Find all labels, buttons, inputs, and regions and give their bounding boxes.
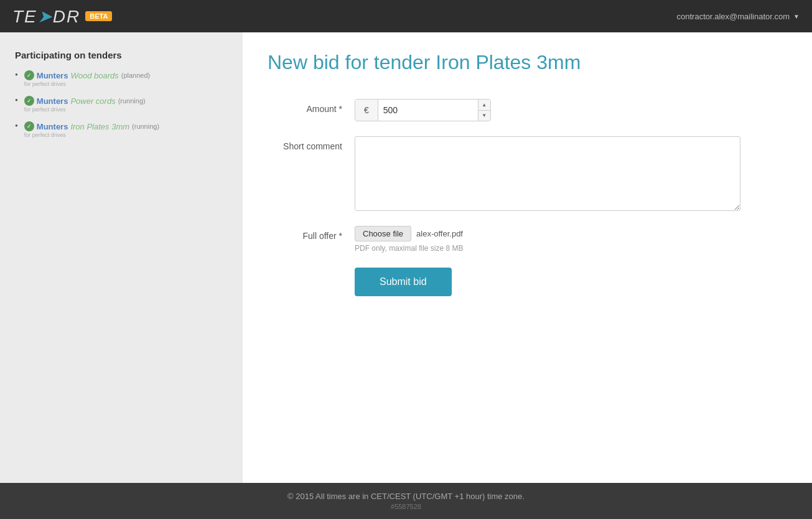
chevron-down-icon: ▼ — [793, 13, 800, 20]
tender-name: Iron Plates 3mm — [70, 122, 129, 131]
decrement-button[interactable]: ▼ — [478, 111, 490, 121]
status-badge: (running) — [132, 123, 159, 130]
full-offer-row: Full offer * Choose file alex-offer.pdf … — [268, 226, 740, 253]
amount-spinners: ▲ ▼ — [478, 100, 490, 121]
file-hint: PDF only, maximal file size 8 MB — [355, 244, 464, 253]
full-offer-label: Full offer * — [268, 226, 355, 241]
list-item: ● ✓ Munters Power cords (running) for pe… — [15, 96, 228, 113]
list-item: ● ✓ Munters Iron Plates 3mm (running) fo… — [15, 121, 228, 138]
status-badge: (running) — [118, 97, 146, 105]
status-badge: (planned) — [121, 72, 150, 79]
choose-file-button[interactable]: Choose file — [355, 226, 411, 241]
sidebar-item-wood[interactable]: ✓ Munters Wood boards (planned) for perf… — [24, 70, 150, 87]
file-name: alex-offer.pdf — [416, 229, 463, 238]
footer-copyright: © 2015 All times are in CET/CEST (UTC/GM… — [9, 492, 803, 501]
bullet-icon: ● — [15, 123, 18, 128]
page-title: New bid for tender Iron Plates 3mm — [268, 51, 787, 74]
amount-row: Amount * € ▲ ▼ — [268, 99, 740, 121]
comment-row: Short comment — [268, 136, 740, 211]
tender-name: Power cords — [70, 96, 115, 106]
check-icon: ✓ — [24, 70, 34, 80]
company-name: Munters — [37, 96, 68, 106]
check-icon: ✓ — [24, 96, 34, 106]
check-icon: ✓ — [24, 121, 34, 131]
bullet-icon: ● — [15, 97, 18, 103]
user-email: contractor.alex@mailinator.com — [677, 12, 790, 21]
comment-textarea[interactable] — [355, 136, 740, 211]
logo: TE➤DR — [12, 6, 80, 27]
sidebar-title: Participating on tenders — [15, 50, 228, 60]
amount-input[interactable] — [378, 100, 478, 121]
tagline: for perfect drives — [24, 106, 146, 113]
sidebar-item-power[interactable]: ✓ Munters Power cords (running) for perf… — [24, 96, 146, 113]
user-menu[interactable]: contractor.alex@mailinator.com ▼ — [677, 12, 800, 21]
sidebar-item-iron[interactable]: ✓ Munters Iron Plates 3mm (running) for … — [24, 121, 159, 138]
currency-symbol: € — [355, 100, 378, 121]
amount-field-wrapper: € ▲ ▼ — [355, 99, 491, 121]
company-name: Munters — [37, 71, 68, 80]
tagline: for perfect drives — [24, 81, 150, 87]
file-section: Choose file alex-offer.pdf PDF only, max… — [355, 226, 464, 253]
bullet-icon: ● — [15, 72, 18, 77]
bid-form: Amount * € ▲ ▼ Short comment Full offer … — [268, 99, 740, 296]
footer: © 2015 All times are in CET/CEST (UTC/GM… — [0, 483, 812, 519]
tagline: for perfect drives — [24, 132, 159, 138]
file-input-row: Choose file alex-offer.pdf — [355, 226, 464, 241]
comment-label: Short comment — [268, 136, 355, 151]
header: TE➤DR Beta contractor.alex@mailinator.co… — [0, 0, 812, 32]
beta-badge: Beta — [85, 11, 112, 21]
submit-bid-button[interactable]: Submit bid — [355, 268, 452, 296]
logo-area: TE➤DR Beta — [12, 6, 112, 27]
company-name: Munters — [37, 122, 68, 131]
list-item: ● ✓ Munters Wood boards (planned) for pe… — [15, 70, 228, 87]
sidebar: Participating on tenders ● ✓ Munters Woo… — [0, 32, 243, 483]
footer-version-id: #5587528 — [9, 503, 803, 510]
increment-button[interactable]: ▲ — [478, 100, 490, 111]
main-content: New bid for tender Iron Plates 3mm Amoun… — [243, 32, 812, 483]
amount-label: Amount * — [268, 99, 355, 114]
tender-name: Wood boards — [70, 71, 118, 80]
